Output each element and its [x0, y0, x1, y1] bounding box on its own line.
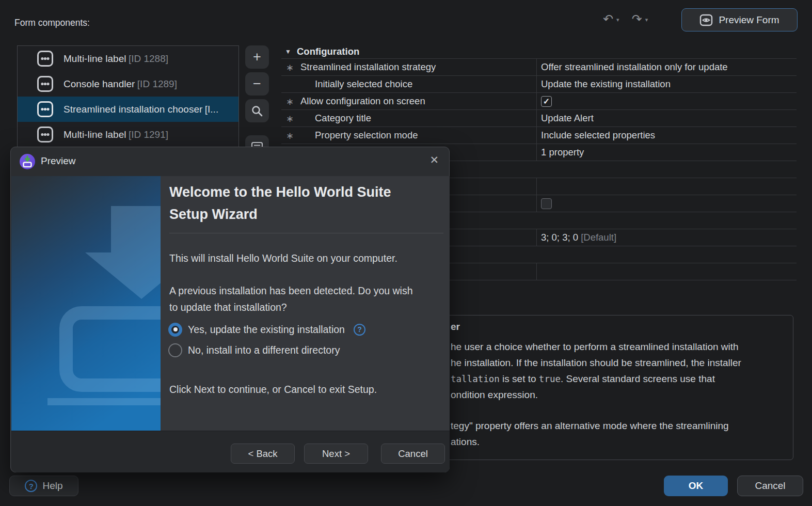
streamlined-chooser-icon: [36, 100, 54, 118]
dialog-titlebar[interactable]: Preview ✕: [11, 147, 449, 176]
close-icon[interactable]: ✕: [429, 154, 439, 166]
description-line: tegy" property offers an alternative mod…: [451, 420, 729, 432]
undo-redo-toolbar: ↶ ▾ ↷ ▾: [603, 11, 648, 27]
radio-selected-icon[interactable]: [168, 323, 182, 337]
checkbox-checked[interactable]: ✓: [541, 96, 552, 107]
description-line: he user a choice whether to perform a st…: [451, 341, 739, 353]
installer-sidebar-image: [11, 176, 161, 431]
required-asterisk-icon: ∗: [286, 130, 294, 141]
config-row-property-selection[interactable]: ∗Property selection mode Include selecte…: [281, 126, 797, 144]
required-asterisk-icon: ∗: [286, 62, 294, 73]
config-value: Offer streamlined installation only for …: [541, 61, 728, 73]
mono-value-true: true: [539, 374, 561, 384]
field-help-icon[interactable]: ?: [354, 324, 365, 336]
next-button[interactable]: Next >: [304, 444, 368, 464]
config-value: Include selected properties: [541, 130, 655, 141]
search-icon: [251, 105, 263, 117]
help-label: Help: [42, 480, 62, 492]
config-row-initially-selected[interactable]: Initially selected choice Update the exi…: [281, 75, 797, 93]
radio-yes-label: Yes, update the existing installation: [188, 324, 345, 336]
config-value: Update Alert: [541, 113, 594, 124]
form-components-label: Form components:: [14, 18, 90, 28]
required-asterisk-icon: ∗: [286, 113, 294, 124]
component-id: [ID 1291]: [129, 129, 168, 140]
component-id: [ID 1289]: [137, 78, 177, 89]
component-name: Console handler: [63, 78, 135, 89]
radio-unselected-icon[interactable]: [168, 343, 182, 357]
console-handler-icon: [36, 75, 54, 93]
config-section-title: Configuration: [297, 46, 359, 57]
heading-separator: [169, 233, 443, 233]
component-id: [I...: [205, 104, 218, 115]
cancel-button[interactable]: Cancel: [737, 476, 803, 496]
config-value-default-tag: [Default]: [581, 232, 616, 243]
plus-icon: +: [253, 49, 261, 65]
wizard-cancel-button[interactable]: Cancel: [381, 444, 445, 464]
component-name: Streamlined installation chooser: [63, 104, 202, 115]
app-window: Form components: ↶ ▾ ↷ ▾ Preview Form Mu…: [0, 0, 812, 506]
description-line: he installation. If the installation sho…: [451, 357, 741, 369]
component-name: Multi-line label: [63, 53, 126, 64]
minus-icon: −: [253, 76, 261, 92]
config-value: 1 property: [541, 147, 584, 158]
preview-form-label: Preview Form: [719, 14, 779, 26]
redo-dropdown-caret-icon[interactable]: ▾: [645, 15, 648, 23]
config-label: Streamlined installation strategy: [300, 61, 436, 73]
list-item[interactable]: Multi-line label [ID 1288]: [18, 46, 238, 71]
config-row-category-title[interactable]: ∗Category title Update Alert: [281, 109, 797, 127]
config-label: Allow configuration on screen: [300, 96, 425, 107]
add-component-button[interactable]: +: [245, 45, 269, 69]
wizard-question-line2: to update that installation?: [169, 302, 287, 313]
description-line: tallation is set to true. Several standa…: [451, 373, 715, 385]
description-line: ations.: [451, 436, 480, 448]
wizard-heading: Welcome to the Hello World Suite Setup W…: [169, 181, 448, 226]
wizard-intro-text: This will install Hello World Suite on y…: [169, 252, 397, 264]
list-item-selected[interactable]: Streamlined installation chooser [I...: [18, 97, 238, 122]
remove-component-button[interactable]: −: [245, 72, 269, 96]
undo-dropdown-caret-icon[interactable]: ▾: [616, 15, 619, 23]
preview-dialog: Preview ✕ Welcome to the Hello World Sui…: [10, 147, 450, 472]
wizard-heading-line2: Setup Wizard: [169, 203, 448, 226]
config-row-allow-configuration[interactable]: ∗Allow configuration on screen ✓: [281, 92, 797, 110]
wizard-question-line1: A previous installation has been detecte…: [169, 285, 413, 297]
dialog-title: Preview: [41, 155, 76, 167]
component-id: [ID 1288]: [129, 53, 168, 64]
wizard-heading-line1: Welcome to the Hello World Suite: [169, 181, 448, 203]
help-question-icon: ?: [25, 480, 37, 492]
required-asterisk-icon: ∗: [286, 96, 294, 107]
wizard-footer-note: Click Next to continue, or Cancel to exi…: [169, 384, 377, 396]
wizard-footer: < Back Next > Cancel: [11, 431, 450, 472]
list-item[interactable]: Multi-line label [ID 1291]: [18, 122, 238, 147]
config-row-streamlined-strategy[interactable]: ∗Streamlined installation strategy Offer…: [281, 58, 797, 76]
list-item[interactable]: Console handler [ID 1289]: [18, 71, 238, 97]
redo-icon[interactable]: ↷: [632, 11, 642, 27]
description-text: is set to: [500, 373, 539, 384]
search-component-button[interactable]: [245, 99, 269, 122]
radio-no-label: No, install into a different directory: [188, 344, 340, 356]
radio-option-yes[interactable]: Yes, update the existing installation ?: [168, 322, 365, 337]
ok-button[interactable]: OK: [664, 476, 728, 496]
wizard-body: Welcome to the Hello World Suite Setup W…: [11, 176, 450, 431]
mono-variable-fragment: tallation: [451, 374, 500, 384]
config-value: Update the existing installation: [541, 78, 671, 90]
multiline-label-icon: [36, 50, 54, 68]
installer-app-icon: [19, 153, 36, 170]
eye-icon: [699, 13, 713, 27]
undo-icon[interactable]: ↶: [603, 11, 613, 27]
component-name: Multi-line label: [63, 129, 126, 140]
config-label: Category title: [315, 113, 371, 124]
multiline-label-icon: [36, 125, 54, 144]
description-text: . Several standard screens use that: [561, 373, 715, 384]
back-button[interactable]: < Back: [231, 444, 295, 464]
config-value: 3; 0; 3; 0: [541, 232, 578, 243]
description-line: ondition expression.: [451, 389, 538, 401]
collapse-triangle-icon[interactable]: ▼: [285, 48, 291, 55]
radio-option-no[interactable]: No, install into a different directory: [168, 342, 340, 358]
preview-form-button[interactable]: Preview Form: [681, 8, 798, 31]
checkbox-unchecked[interactable]: [541, 198, 552, 209]
config-label: Initially selected choice: [315, 78, 412, 90]
help-button[interactable]: ? Help: [9, 476, 78, 496]
description-title-fragment: er: [451, 321, 460, 333]
config-label: Property selection mode: [315, 130, 418, 141]
